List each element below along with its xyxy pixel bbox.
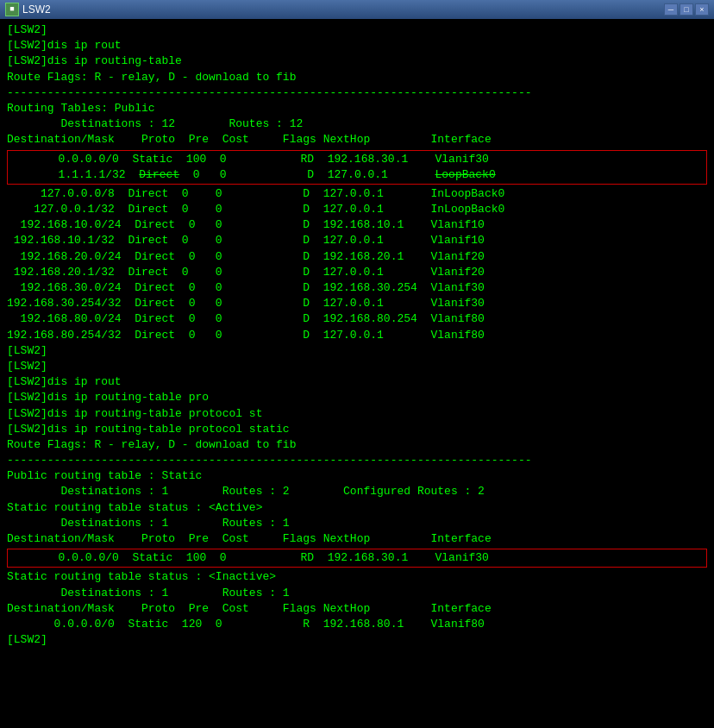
terminal-line: Routing Tables: Public — [7, 101, 707, 116]
terminal-line: 0.0.0.0/0 Static 100 0 RD 192.168.30.1 V… — [11, 152, 703, 167]
terminal-line: Destinations : 12 Routes : 12 — [7, 116, 707, 132]
terminal-line: 127.0.0.1/32 Direct 0 0 D 127.0.0.1 InLo… — [7, 202, 707, 217]
terminal-line: 192.168.20.0/24 Direct 0 0 D 192.168.20.… — [7, 249, 707, 265]
terminal-line: Route Flags: R - relay, D - download to … — [7, 437, 707, 453]
routing-highlight-box: 0.0.0.0/0 Static 100 0 RD 192.168.30.1 V… — [7, 150, 707, 185]
terminal-line: ----------------------------------------… — [7, 453, 707, 468]
terminal-line: Public routing table : Static — [7, 468, 707, 484]
terminal-line: 0.0.0.0/0 Static 100 0 RD 192.168.30.1 V… — [11, 550, 703, 566]
window-icon: ■ — [5, 3, 19, 16]
terminal-line: Static routing table status : <Inactive> — [7, 569, 707, 585]
minimize-button[interactable]: ─ — [664, 3, 678, 16]
window-title: LSW2 — [22, 3, 664, 16]
terminal-line: [LSW2]dis ip routing-table protocol st — [7, 406, 707, 422]
window: ■ LSW2 ─ □ × [LSW2][LSW2]dis ip rout[LSW… — [0, 0, 714, 728]
terminal-line: Destinations : 1 Routes : 1 — [7, 516, 707, 531]
terminal-line: [LSW2] — [7, 22, 707, 38]
window-controls: ─ □ × — [664, 3, 709, 16]
terminal-line: [LSW2]dis ip routing-table pro — [7, 390, 707, 405]
maximize-button[interactable]: □ — [680, 3, 693, 16]
terminal-line: [LSW2] — [7, 359, 707, 374]
terminal-line: 192.168.80.0/24 Direct 0 0 D 192.168.80.… — [7, 311, 707, 327]
terminal-line: 192.168.30.0/24 Direct 0 0 D 192.168.30.… — [7, 280, 707, 296]
terminal-line: 127.0.0.0/8 Direct 0 0 D 127.0.0.1 InLoo… — [7, 186, 707, 202]
terminal-line: 192.168.10.1/32 Direct 0 0 D 127.0.0.1 V… — [7, 233, 707, 248]
terminal-line: Destination/Mask Proto Pre Cost Flags Ne… — [7, 601, 707, 617]
close-button[interactable]: × — [695, 3, 709, 16]
terminal-line: 192.168.80.254/32 Direct 0 0 D 127.0.0.1… — [7, 328, 707, 343]
terminal-line: Destinations : 1 Routes : 2 Configured R… — [7, 484, 707, 499]
terminal-line: Destination/Mask Proto Pre Cost Flags Ne… — [7, 132, 707, 147]
title-bar: ■ LSW2 ─ □ × — [0, 0, 714, 19]
terminal-line: 192.168.10.0/24 Direct 0 0 D 192.168.10.… — [7, 217, 707, 233]
terminal-line: 192.168.30.254/32 Direct 0 0 D 127.0.0.1… — [7, 296, 707, 311]
terminal-line: [LSW2] — [7, 343, 707, 359]
routing-highlight-box-2: 0.0.0.0/0 Static 100 0 RD 192.168.30.1 V… — [7, 549, 707, 568]
terminal-line: ----------------------------------------… — [7, 85, 707, 101]
terminal-line: Destination/Mask Proto Pre Cost Flags Ne… — [7, 531, 707, 547]
terminal-line: 0.0.0.0/0 Static 120 0 R 192.168.80.1 Vl… — [7, 617, 707, 632]
terminal-line: [LSW2]dis ip routing-table — [7, 53, 707, 69]
terminal-line: 1.1.1.1/32 Direct 0 0 D 127.0.0.1 LoopBa… — [11, 167, 703, 183]
terminal-line: [LSW2]dis ip routing-table protocol stat… — [7, 422, 707, 437]
terminal-line: 192.168.20.1/32 Direct 0 0 D 127.0.0.1 V… — [7, 265, 707, 280]
terminal-line: [LSW2]dis ip rout — [7, 38, 707, 53]
terminal-line: Destinations : 1 Routes : 1 — [7, 586, 707, 601]
terminal-line: Route Flags: R - relay, D - download to … — [7, 70, 707, 85]
terminal-output[interactable]: [LSW2][LSW2]dis ip rout[LSW2]dis ip rout… — [0, 19, 714, 728]
terminal-line: Static routing table status : <Active> — [7, 500, 707, 516]
terminal-line: [LSW2] — [7, 632, 707, 648]
terminal-line: [LSW2]dis ip rout — [7, 374, 707, 390]
